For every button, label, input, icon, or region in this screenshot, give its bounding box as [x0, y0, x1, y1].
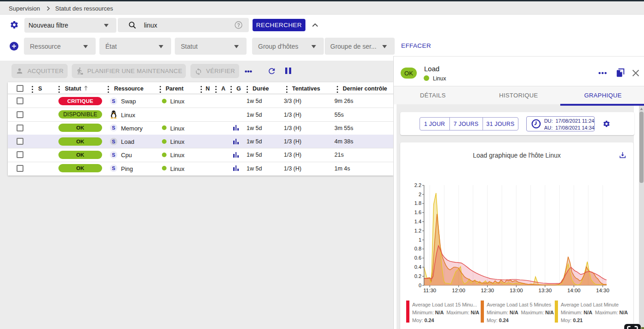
svg-text:1.2: 1.2: [414, 228, 421, 233]
svg-text:2.2: 2.2: [414, 182, 421, 188]
svg-text:0.8: 0.8: [414, 246, 421, 251]
svg-text:1.4: 1.4: [414, 219, 421, 224]
svg-text:0: 0: [419, 283, 421, 288]
svg-text:0.2: 0.2: [414, 273, 421, 279]
svg-text:13:00: 13:00: [510, 288, 523, 293]
svg-text:13:30: 13:30: [539, 288, 552, 293]
svg-text:12:30: 12:30: [481, 288, 494, 293]
svg-text:11:30: 11:30: [423, 288, 436, 293]
svg-text:12:00: 12:00: [452, 288, 466, 293]
svg-text:1: 1: [419, 237, 421, 243]
svg-text:1.6: 1.6: [414, 210, 421, 215]
svg-text:14:00: 14:00: [567, 288, 581, 293]
svg-text:0.4: 0.4: [414, 264, 421, 270]
svg-text:0.6: 0.6: [414, 255, 421, 261]
svg-text:14:30: 14:30: [596, 288, 610, 293]
svg-text:1.8: 1.8: [414, 200, 421, 206]
svg-text:2: 2: [419, 192, 421, 197]
